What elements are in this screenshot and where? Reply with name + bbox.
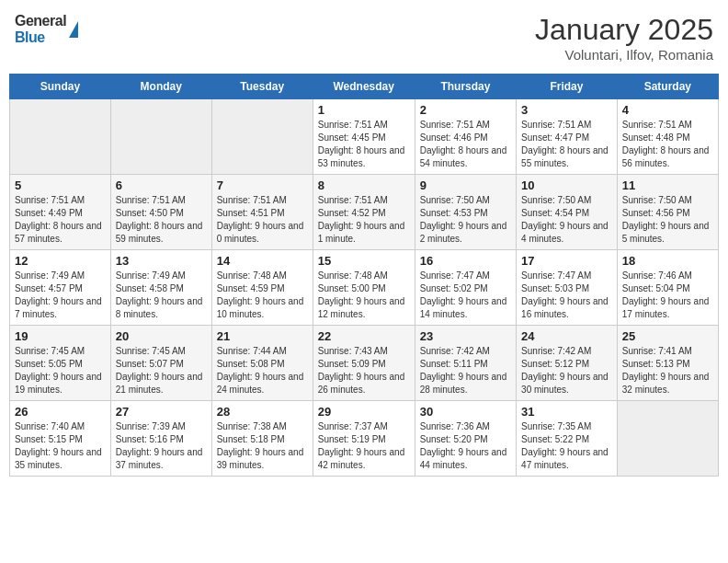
day-number: 6 (116, 178, 207, 192)
logo-text: General Blue (15, 13, 66, 46)
calendar-cell: 1Sunrise: 7:51 AM Sunset: 4:45 PM Daylig… (313, 99, 415, 175)
calendar-cell: 16Sunrise: 7:47 AM Sunset: 5:02 PM Dayli… (415, 250, 516, 326)
day-number: 4 (622, 103, 713, 117)
day-info: Sunrise: 7:42 AM Sunset: 5:12 PM Dayligh… (521, 345, 612, 396)
day-number: 17 (521, 254, 612, 268)
calendar-cell: 19Sunrise: 7:45 AM Sunset: 5:05 PM Dayli… (10, 326, 111, 401)
day-info: Sunrise: 7:46 AM Sunset: 5:04 PM Dayligh… (622, 270, 713, 321)
day-number: 30 (420, 405, 511, 419)
day-number: 1 (318, 103, 410, 117)
calendar-cell: 25Sunrise: 7:41 AM Sunset: 5:13 PM Dayli… (617, 326, 718, 401)
day-info: Sunrise: 7:51 AM Sunset: 4:47 PM Dayligh… (521, 119, 612, 170)
day-info: Sunrise: 7:50 AM Sunset: 4:53 PM Dayligh… (420, 194, 511, 246)
calendar-cell: 11Sunrise: 7:50 AM Sunset: 4:56 PM Dayli… (617, 175, 718, 250)
day-info: Sunrise: 7:51 AM Sunset: 4:50 PM Dayligh… (116, 194, 207, 246)
day-number: 5 (15, 178, 106, 192)
day-number: 27 (116, 405, 207, 419)
day-info: Sunrise: 7:45 AM Sunset: 5:07 PM Dayligh… (116, 345, 207, 396)
calendar-cell: 7Sunrise: 7:51 AM Sunset: 4:51 PM Daylig… (211, 175, 313, 250)
day-number: 19 (15, 329, 106, 343)
week-row-5: 26Sunrise: 7:40 AM Sunset: 5:15 PM Dayli… (10, 401, 719, 477)
day-number: 28 (217, 405, 308, 419)
day-number: 23 (420, 329, 511, 343)
day-info: Sunrise: 7:50 AM Sunset: 4:54 PM Dayligh… (521, 194, 612, 246)
calendar-cell: 29Sunrise: 7:37 AM Sunset: 5:19 PM Dayli… (313, 401, 415, 477)
calendar-cell: 17Sunrise: 7:47 AM Sunset: 5:03 PM Dayli… (517, 250, 618, 326)
day-header-tuesday: Tuesday (211, 75, 313, 99)
calendar-header: SundayMondayTuesdayWednesdayThursdayFrid… (10, 75, 719, 99)
day-number: 13 (116, 254, 207, 268)
day-number: 18 (622, 254, 713, 268)
day-info: Sunrise: 7:51 AM Sunset: 4:45 PM Dayligh… (318, 119, 410, 170)
day-number: 10 (521, 178, 612, 192)
calendar-cell: 10Sunrise: 7:50 AM Sunset: 4:54 PM Dayli… (517, 175, 618, 250)
logo-general: General (15, 13, 66, 29)
calendar-cell: 18Sunrise: 7:46 AM Sunset: 5:04 PM Dayli… (617, 250, 718, 326)
day-info: Sunrise: 7:51 AM Sunset: 4:52 PM Dayligh… (318, 194, 410, 246)
day-info: Sunrise: 7:42 AM Sunset: 5:11 PM Dayligh… (420, 345, 511, 396)
calendar-cell (617, 401, 718, 477)
page-header: General Blue January 2025 Voluntari, Ilf… (9, 9, 719, 66)
day-info: Sunrise: 7:49 AM Sunset: 4:58 PM Dayligh… (116, 270, 207, 321)
calendar-cell (211, 99, 313, 175)
day-header-saturday: Saturday (617, 75, 718, 99)
day-info: Sunrise: 7:47 AM Sunset: 5:02 PM Dayligh… (420, 270, 511, 321)
day-info: Sunrise: 7:51 AM Sunset: 4:48 PM Dayligh… (622, 119, 713, 170)
calendar-cell: 8Sunrise: 7:51 AM Sunset: 4:52 PM Daylig… (313, 175, 415, 250)
day-info: Sunrise: 7:48 AM Sunset: 4:59 PM Dayligh… (217, 270, 308, 321)
day-number: 31 (521, 405, 612, 419)
day-info: Sunrise: 7:41 AM Sunset: 5:13 PM Dayligh… (622, 345, 713, 396)
calendar-cell: 26Sunrise: 7:40 AM Sunset: 5:15 PM Dayli… (10, 401, 111, 477)
calendar-cell: 13Sunrise: 7:49 AM Sunset: 4:58 PM Dayli… (110, 250, 211, 326)
calendar-cell: 23Sunrise: 7:42 AM Sunset: 5:11 PM Dayli… (415, 326, 516, 401)
day-info: Sunrise: 7:39 AM Sunset: 5:16 PM Dayligh… (116, 420, 207, 472)
day-info: Sunrise: 7:51 AM Sunset: 4:46 PM Dayligh… (420, 119, 511, 170)
month-title: January 2025 (535, 13, 713, 47)
week-row-1: 1Sunrise: 7:51 AM Sunset: 4:45 PM Daylig… (10, 99, 719, 175)
day-info: Sunrise: 7:40 AM Sunset: 5:15 PM Dayligh… (15, 420, 106, 472)
day-info: Sunrise: 7:37 AM Sunset: 5:19 PM Dayligh… (318, 420, 410, 472)
logo: General Blue (15, 13, 78, 46)
calendar-cell (110, 99, 211, 175)
week-row-4: 19Sunrise: 7:45 AM Sunset: 5:05 PM Dayli… (10, 326, 719, 401)
calendar-cell: 14Sunrise: 7:48 AM Sunset: 4:59 PM Dayli… (211, 250, 313, 326)
day-number: 29 (318, 405, 410, 419)
calendar-cell (10, 99, 111, 175)
calendar-cell: 31Sunrise: 7:35 AM Sunset: 5:22 PM Dayli… (517, 401, 618, 477)
day-number: 16 (420, 254, 511, 268)
calendar-body: 1Sunrise: 7:51 AM Sunset: 4:45 PM Daylig… (10, 99, 719, 477)
location-subtitle: Voluntari, Ilfov, Romania (535, 47, 713, 63)
day-header-thursday: Thursday (415, 75, 516, 99)
day-info: Sunrise: 7:51 AM Sunset: 4:51 PM Dayligh… (217, 194, 308, 246)
calendar-cell: 12Sunrise: 7:49 AM Sunset: 4:57 PM Dayli… (10, 250, 111, 326)
day-info: Sunrise: 7:45 AM Sunset: 5:05 PM Dayligh… (15, 345, 106, 396)
day-number: 11 (622, 178, 713, 192)
day-number: 8 (318, 178, 410, 192)
day-info: Sunrise: 7:43 AM Sunset: 5:09 PM Dayligh… (318, 345, 410, 396)
day-number: 24 (521, 329, 612, 343)
day-info: Sunrise: 7:38 AM Sunset: 5:18 PM Dayligh… (217, 420, 308, 472)
calendar-cell: 30Sunrise: 7:36 AM Sunset: 5:20 PM Dayli… (415, 401, 516, 477)
day-info: Sunrise: 7:36 AM Sunset: 5:20 PM Dayligh… (420, 420, 511, 472)
calendar-cell: 21Sunrise: 7:44 AM Sunset: 5:08 PM Dayli… (211, 326, 313, 401)
day-number: 12 (15, 254, 106, 268)
day-header-row: SundayMondayTuesdayWednesdayThursdayFrid… (10, 75, 719, 99)
day-info: Sunrise: 7:44 AM Sunset: 5:08 PM Dayligh… (217, 345, 308, 396)
day-info: Sunrise: 7:47 AM Sunset: 5:03 PM Dayligh… (521, 270, 612, 321)
day-header-monday: Monday (110, 75, 211, 99)
week-row-3: 12Sunrise: 7:49 AM Sunset: 4:57 PM Dayli… (10, 250, 719, 326)
day-number: 9 (420, 178, 511, 192)
day-number: 2 (420, 103, 511, 117)
title-block: January 2025 Voluntari, Ilfov, Romania (535, 13, 713, 63)
day-number: 22 (318, 329, 410, 343)
day-header-friday: Friday (517, 75, 618, 99)
calendar-cell: 28Sunrise: 7:38 AM Sunset: 5:18 PM Dayli… (211, 401, 313, 477)
calendar-cell: 6Sunrise: 7:51 AM Sunset: 4:50 PM Daylig… (110, 175, 211, 250)
day-header-wednesday: Wednesday (313, 75, 415, 99)
calendar-cell: 27Sunrise: 7:39 AM Sunset: 5:16 PM Dayli… (110, 401, 211, 477)
week-row-2: 5Sunrise: 7:51 AM Sunset: 4:49 PM Daylig… (10, 175, 719, 250)
calendar-cell: 24Sunrise: 7:42 AM Sunset: 5:12 PM Dayli… (517, 326, 618, 401)
day-info: Sunrise: 7:50 AM Sunset: 4:56 PM Dayligh… (622, 194, 713, 246)
calendar-cell: 22Sunrise: 7:43 AM Sunset: 5:09 PM Dayli… (313, 326, 415, 401)
day-number: 26 (15, 405, 106, 419)
